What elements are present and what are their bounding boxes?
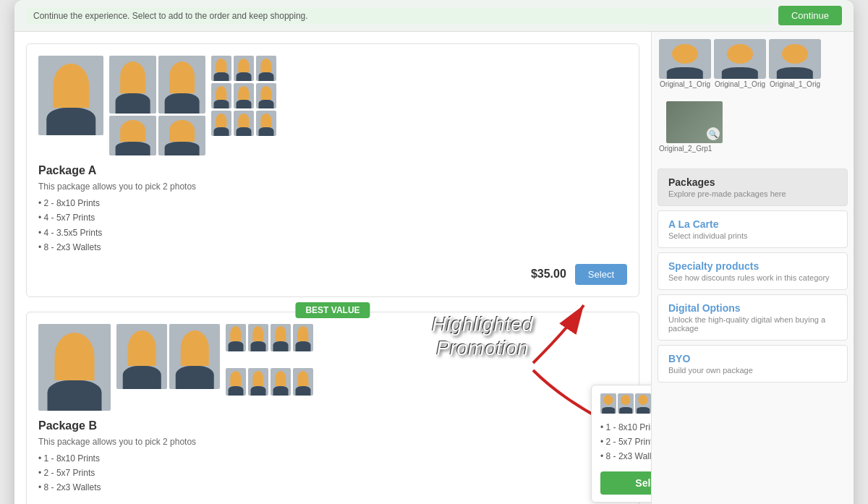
sidebar-photo-thumb[interactable]: [769, 39, 821, 79]
photo-item: [109, 56, 156, 114]
package-b-title: Package B: [38, 419, 627, 432]
photo-item: [116, 324, 167, 389]
sidebar-thumb-group: Original_1_Orig: [769, 39, 821, 93]
list-item: 8 - 2x3 Wallets: [38, 480, 627, 495]
sidebar-nav-desc: Unlock the high-quality digital when buy…: [668, 315, 837, 333]
sidebar-nav-title: Digital Options: [668, 302, 837, 314]
sidebar-nav: Packages Explore pre-made packages here …: [652, 163, 854, 504]
package-a-images: [38, 56, 627, 155]
top-bar-notice: Continue the experience. Select to add t…: [26, 8, 773, 24]
package-b-card: BEST VALUE: [26, 312, 639, 504]
sidebar-nav-desc: Build your own package: [668, 366, 837, 375]
photo-item: [248, 368, 268, 396]
photo-item: [211, 56, 231, 81]
sidebar-photo-thumb[interactable]: [714, 39, 766, 79]
photo-item: [226, 368, 246, 396]
continue-button[interactable]: Continue: [778, 6, 842, 25]
sidebar-group-label: Original_2_Grp1: [659, 143, 712, 157]
photo-item: [256, 56, 276, 81]
photo-item: [158, 116, 205, 155]
photo-item: [211, 83, 231, 108]
list-item: 8 - 2x3 Wallets: [38, 240, 627, 255]
list-item: 4 - 3.5x5 Prints: [38, 226, 627, 240]
sidebar-nav-desc: Explore pre-made packages here: [668, 189, 837, 198]
package-a-wallet-grid: [211, 56, 276, 155]
sidebar-photo-label: Original_1_Orig: [770, 79, 820, 93]
photo-item: [271, 368, 291, 396]
best-value-badge: BEST VALUE: [295, 302, 370, 318]
package-b-wallet-grid: [226, 324, 313, 411]
zoom-icon: 🔍: [707, 127, 720, 140]
package-b-large-photo: [38, 324, 111, 411]
package-b-desc: This package allows you to pick 2 photos: [38, 437, 627, 447]
list-item: 1 - 8x10 Prints: [38, 451, 627, 466]
left-content: Package A This package allows you to pic…: [14, 32, 651, 504]
photo-item: [293, 324, 313, 351]
photo-item: [158, 56, 205, 114]
package-a-price: $35.00: [531, 268, 566, 281]
sidebar-nav-title: Specialty products: [668, 260, 837, 272]
sidebar-photo-label: Original_1_Orig: [715, 79, 765, 93]
package-b-items: 1 - 8x10 Prints 2 - 5x7 Prints 8 - 2x3 W…: [38, 451, 627, 495]
sidebar-nav-digital[interactable]: Digital Options Unlock the high-quality …: [658, 294, 848, 341]
sidebar-nav-title: BYO: [668, 353, 837, 364]
sidebar-thumb-group: Original_1_Orig: [659, 39, 711, 93]
package-b-images: [38, 324, 627, 411]
package-a-footer: $35.00 Select: [38, 264, 627, 285]
photo-item: [293, 368, 313, 396]
sidebar-thumb-group: Original_1_Orig: [714, 39, 766, 93]
sidebar-group-photo[interactable]: 🔍: [666, 101, 723, 143]
sidebar-nav-desc: See how discounts rules work in this cat…: [668, 273, 837, 282]
right-sidebar: Original_1_Orig Original_1_Orig Original…: [651, 32, 854, 504]
sidebar-photo-thumb[interactable]: [659, 39, 711, 79]
package-a-select-button[interactable]: Select: [575, 264, 627, 285]
sidebar-nav-specialty[interactable]: Specialty products See how discounts rul…: [658, 252, 848, 290]
list-item: 2 - 8x10 Prints: [38, 196, 627, 210]
package-a-card: Package A This package allows you to pic…: [26, 43, 639, 297]
photo-item: [271, 324, 291, 351]
photo-item: [234, 56, 254, 81]
sidebar-nav-title: Packages: [668, 176, 837, 188]
package-a-large-photo: [38, 56, 103, 135]
package-a-items: 2 - 8x10 Prints 4 - 5x7 Prints 4 - 3.5x5…: [38, 196, 627, 255]
package-a-medium-grid: [109, 56, 205, 155]
photo-item: [256, 111, 276, 136]
sidebar-photo-label: Original_1_Orig: [660, 79, 710, 93]
sidebar-nav-packages[interactable]: Packages Explore pre-made packages here: [658, 168, 848, 206]
list-item: 4 - 5x7 Prints: [38, 210, 627, 225]
photo-item: [248, 324, 268, 351]
package-b-medium-grid: [116, 324, 220, 411]
photo-item: [109, 116, 156, 155]
photo-item: [169, 324, 220, 389]
package-a-desc: This package allows you to pick 2 photos: [38, 181, 627, 192]
photo-item: [234, 111, 254, 136]
photo-item: [256, 83, 276, 108]
photo-item: [234, 83, 254, 108]
package-a-title: Package A: [38, 164, 627, 177]
sidebar-nav-desc: Select individual prints: [668, 231, 837, 240]
main-layout: Package A This package allows you to pic…: [14, 32, 854, 504]
photo-item: [226, 324, 246, 351]
sidebar-photos-row: Original_1_Orig Original_1_Orig Original…: [652, 32, 854, 95]
sidebar-nav-alacarte[interactable]: A La Carte Select individual prints: [658, 210, 848, 248]
sidebar-group-area: 🔍 Original_2_Grp1: [652, 95, 854, 163]
browser-frame: Continue the experience. Select to add t…: [14, 0, 854, 504]
sidebar-nav-title: A La Carte: [668, 218, 837, 230]
pkg-b-thumb: [635, 393, 651, 414]
photo-item: [211, 111, 231, 136]
top-bar: Continue the experience. Select to add t…: [14, 0, 854, 32]
list-item: 2 - 5x7 Prints: [38, 466, 627, 480]
sidebar-nav-byo[interactable]: BYO Build your own package: [658, 345, 848, 383]
